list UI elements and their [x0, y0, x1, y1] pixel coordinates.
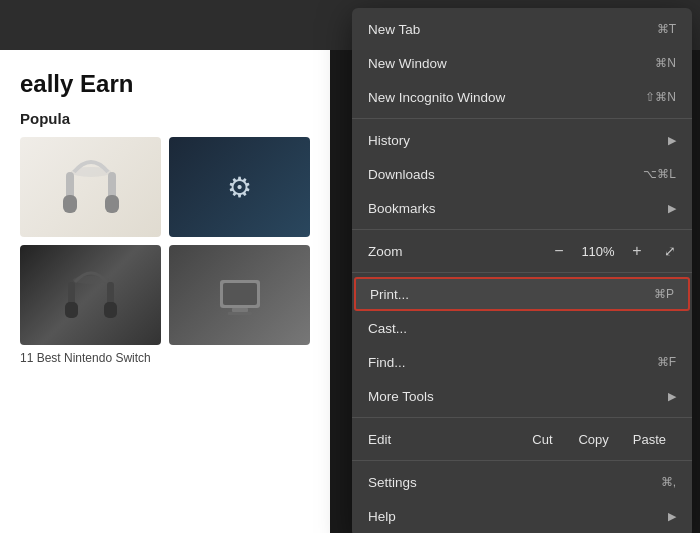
menu-divider-3 — [352, 272, 692, 273]
svg-rect-13 — [228, 312, 252, 315]
steam-logo-icon: ⚙ — [227, 171, 252, 204]
page-heading: eally Earn — [20, 70, 310, 98]
menu-item-find[interactable]: Find... ⌘F — [352, 345, 692, 379]
menu-item-downloads[interactable]: Downloads ⌥⌘L — [352, 157, 692, 191]
page-image-2: ⚙ — [169, 137, 310, 237]
menu-item-more-tools[interactable]: More Tools ▶ — [352, 379, 692, 413]
menu-divider-4 — [352, 417, 692, 418]
svg-rect-4 — [105, 195, 119, 213]
svg-rect-11 — [223, 283, 257, 305]
context-menu: New Tab ⌘T New Window ⌘N New Incognito W… — [352, 8, 692, 533]
page-subheading: Popula — [20, 110, 310, 127]
svg-rect-3 — [63, 195, 77, 213]
zoom-minus-button[interactable]: − — [548, 240, 570, 262]
menu-item-new-window[interactable]: New Window ⌘N — [352, 46, 692, 80]
svg-rect-9 — [104, 302, 117, 318]
copy-button[interactable]: Copy — [568, 430, 618, 449]
menu-item-settings[interactable]: Settings ⌘, — [352, 465, 692, 499]
menu-item-history[interactable]: History ▶ — [352, 123, 692, 157]
page-bottom-text: 11 Best Nintendo Switch — [20, 351, 310, 365]
menu-zoom-row: Zoom − 110% + ⤢ — [352, 234, 692, 268]
svg-rect-12 — [232, 308, 248, 312]
page-background: eally Earn Popula ⚙ — [0, 50, 330, 533]
cut-button[interactable]: Cut — [520, 430, 564, 449]
menu-divider-2 — [352, 229, 692, 230]
zoom-controls: − 110% + ⤢ — [548, 240, 676, 262]
zoom-fullscreen-button[interactable]: ⤢ — [664, 243, 676, 259]
zoom-plus-button[interactable]: + — [626, 240, 648, 262]
svg-rect-8 — [65, 302, 78, 318]
menu-item-new-incognito[interactable]: New Incognito Window ⇧⌘N — [352, 80, 692, 114]
menu-divider-1 — [352, 118, 692, 119]
menu-item-cast[interactable]: Cast... — [352, 311, 692, 345]
menu-item-bookmarks[interactable]: Bookmarks ▶ — [352, 191, 692, 225]
paste-button[interactable]: Paste — [623, 430, 676, 449]
page-image-4 — [169, 245, 310, 345]
menu-edit-row: Edit Cut Copy Paste — [352, 422, 692, 456]
menu-item-print[interactable]: Print... ⌘P — [354, 277, 690, 311]
menu-item-new-tab[interactable]: New Tab ⌘T — [352, 12, 692, 46]
edit-actions: Cut Copy Paste — [520, 430, 676, 449]
page-image-1 — [20, 137, 161, 237]
page-image-3 — [20, 245, 161, 345]
zoom-level: 110% — [580, 244, 616, 259]
menu-item-help[interactable]: Help ▶ — [352, 499, 692, 533]
page-image-grid: ⚙ — [20, 137, 310, 345]
menu-divider-5 — [352, 460, 692, 461]
